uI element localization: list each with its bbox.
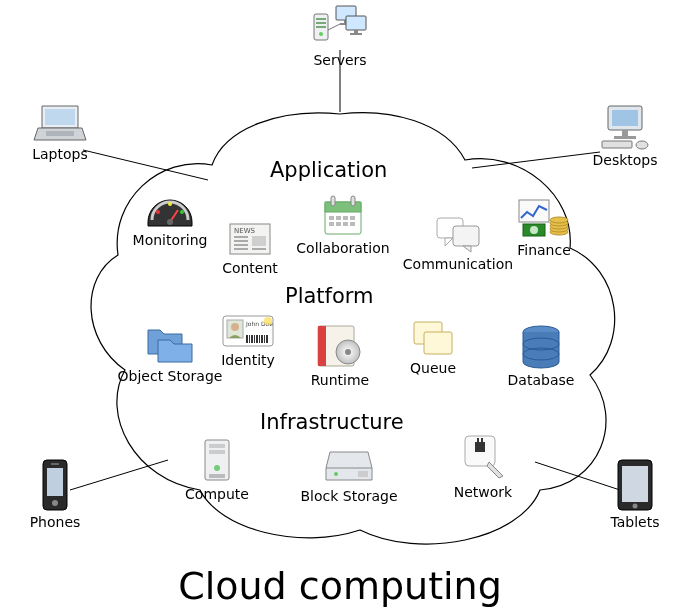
svg-rect-30 [622, 466, 648, 502]
newspaper-icon: NEWS [226, 218, 274, 258]
id-badge-icon: John Doe [221, 310, 275, 350]
svg-rect-22 [614, 136, 636, 139]
svg-rect-76 [259, 335, 260, 343]
monitoring-node: Monitoring [125, 190, 215, 248]
svg-rect-7 [316, 22, 326, 24]
svg-rect-43 [252, 236, 266, 246]
runtime-node: Runtime [300, 322, 380, 388]
svg-point-69 [231, 323, 239, 331]
compute-node: Compute [172, 436, 262, 502]
svg-rect-77 [261, 335, 263, 343]
database-icon [519, 324, 563, 370]
svg-rect-42 [234, 248, 248, 250]
svg-rect-51 [343, 216, 348, 220]
svg-rect-74 [254, 335, 255, 343]
application-heading: Application [270, 158, 387, 182]
block-storage-label: Block Storage [292, 488, 406, 504]
svg-rect-15 [350, 33, 362, 35]
runtime-icon [314, 322, 366, 370]
svg-line-1 [83, 150, 208, 180]
svg-text:NEWS: NEWS [234, 227, 256, 235]
desktop-icon [598, 104, 652, 150]
svg-rect-101 [481, 438, 483, 442]
svg-rect-97 [358, 471, 368, 477]
finance-icon [517, 196, 571, 240]
svg-point-61 [530, 226, 538, 234]
compute-label: Compute [172, 486, 262, 502]
svg-rect-47 [331, 196, 335, 206]
svg-rect-71 [246, 335, 248, 343]
svg-rect-55 [343, 222, 348, 226]
svg-rect-48 [351, 196, 355, 206]
svg-rect-75 [256, 335, 258, 343]
svg-rect-59 [519, 200, 549, 222]
phone-icon [37, 458, 73, 512]
connector-lines [0, 0, 680, 616]
svg-line-2 [472, 152, 600, 168]
svg-rect-78 [264, 335, 265, 343]
tablets-node: Tablets [600, 458, 670, 530]
svg-point-27 [52, 500, 58, 506]
chat-bubble-icon [433, 214, 483, 254]
servers-icon [310, 4, 370, 50]
svg-rect-58 [453, 226, 479, 246]
desktops-label: Desktops [585, 152, 665, 168]
svg-point-66 [550, 217, 568, 223]
phones-node: Phones [20, 458, 90, 530]
finance-label: Finance [504, 242, 584, 258]
svg-rect-20 [612, 110, 638, 126]
svg-point-24 [636, 141, 648, 149]
network-icon [459, 432, 507, 482]
diagram-title: Cloud computing [0, 564, 680, 608]
svg-rect-41 [234, 244, 248, 246]
svg-rect-26 [47, 468, 63, 496]
hdd-icon [322, 446, 376, 486]
svg-rect-6 [316, 18, 326, 20]
platform-heading: Platform [285, 284, 374, 308]
svg-rect-39 [234, 236, 248, 238]
svg-point-9 [319, 32, 323, 36]
dashboard-icon [144, 190, 196, 230]
svg-rect-91 [209, 444, 225, 448]
svg-rect-14 [354, 30, 358, 33]
block-storage-node: Block Storage [292, 446, 406, 504]
phones-label: Phones [20, 514, 90, 530]
svg-rect-53 [329, 222, 334, 226]
svg-rect-94 [209, 474, 225, 478]
svg-rect-28 [51, 463, 59, 465]
svg-rect-92 [209, 450, 225, 454]
svg-rect-23 [602, 141, 632, 148]
svg-rect-79 [266, 335, 268, 343]
svg-point-80 [264, 317, 272, 325]
svg-rect-100 [477, 438, 479, 442]
object-storage-label: Object Storage [110, 368, 230, 384]
svg-point-31 [633, 504, 638, 509]
svg-point-96 [334, 472, 338, 476]
svg-rect-13 [346, 16, 366, 30]
svg-point-93 [214, 465, 220, 471]
svg-rect-82 [318, 326, 326, 366]
svg-line-16 [328, 24, 340, 30]
servers-node: Servers [300, 4, 380, 68]
svg-rect-8 [316, 26, 326, 28]
identity-label: Identity [208, 352, 288, 368]
content-label: Content [212, 260, 288, 276]
runtime-label: Runtime [300, 372, 380, 388]
content-node: NEWS Content [212, 218, 288, 276]
svg-point-36 [167, 219, 173, 225]
svg-rect-50 [336, 216, 341, 220]
calendar-icon [319, 192, 367, 238]
finance-node: Finance [504, 196, 584, 258]
infrastructure-heading: Infrastructure [260, 410, 404, 434]
tablets-label: Tablets [600, 514, 670, 530]
database-label: Database [498, 372, 584, 388]
svg-rect-46 [325, 202, 361, 212]
communication-label: Communication [398, 256, 518, 272]
laptops-node: Laptops [20, 102, 100, 162]
svg-rect-21 [622, 130, 628, 136]
svg-rect-99 [475, 442, 485, 452]
queue-label: Queue [398, 360, 468, 376]
svg-rect-17 [45, 109, 75, 125]
collaboration-label: Collaboration [290, 240, 396, 256]
svg-point-32 [156, 210, 160, 214]
